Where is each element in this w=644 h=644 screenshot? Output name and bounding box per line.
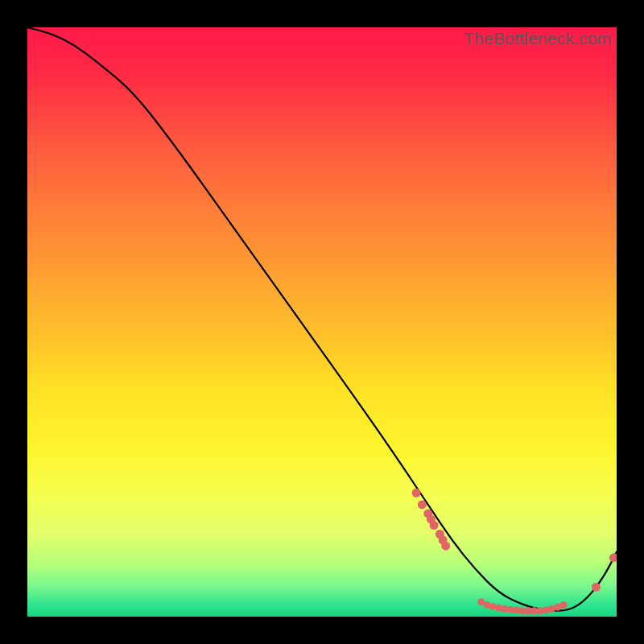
data-point bbox=[560, 601, 568, 609]
data-point bbox=[418, 500, 427, 509]
data-point bbox=[412, 489, 421, 497]
data-point bbox=[592, 583, 601, 592]
data-point bbox=[430, 521, 439, 530]
data-points bbox=[412, 489, 617, 614]
curve-layer bbox=[27, 27, 617, 617]
data-point bbox=[609, 553, 617, 562]
chart-stage: TheBottleneck.com bbox=[0, 0, 644, 644]
plot-area bbox=[27, 27, 617, 617]
data-point bbox=[441, 542, 450, 551]
bottleneck-curve bbox=[27, 27, 617, 611]
